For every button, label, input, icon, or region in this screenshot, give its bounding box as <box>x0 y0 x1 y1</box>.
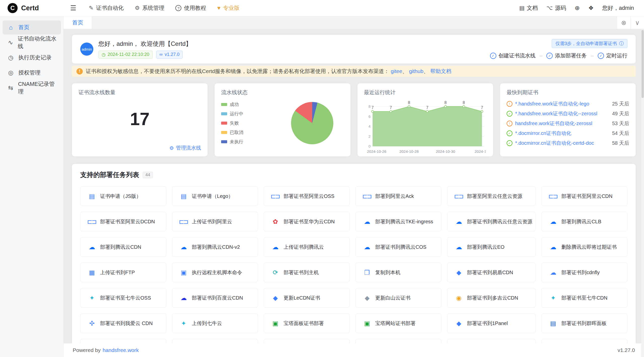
task-card[interactable]: ☁部署到腾讯云CDN <box>80 237 166 257</box>
task-card[interactable]: ☁部署到腾讯云TKE-ingress <box>355 212 441 231</box>
recent-runs-card: 最近运行统计 0246877878872024-10-262024-10-282… <box>357 83 493 156</box>
task-card[interactable]: ◆部署证书到1Panel <box>447 313 536 333</box>
task-card[interactable]: ⊏⊐部署证书至阿里云DCDN <box>80 212 166 231</box>
notice-link-github[interactable]: github <box>409 68 423 74</box>
task-card[interactable]: ☁部署证书到百度云CDN <box>172 288 258 308</box>
task-card[interactable]: ◉部署证书到多吉云CDN <box>447 288 536 308</box>
task-card[interactable]: ▦上传证书到FTP <box>80 263 166 282</box>
auth-target-icon: ◎ <box>7 69 15 76</box>
tab-dropdown-icon[interactable]: ∨ <box>630 16 644 29</box>
task-card[interactable]: ✦上传到七牛云 <box>172 313 258 333</box>
task-card[interactable]: ☁部署证书到腾讯云任意云资源 <box>447 212 536 231</box>
task-card[interactable]: ✦部署证书至七牛CDN <box>541 288 627 308</box>
expiring-cert-row[interactable]: ✓*.handsfree.work证书自动化--zerossl49 天后 <box>507 109 629 119</box>
legend-item-3[interactable]: 失败 <box>221 120 243 126</box>
scrollbar-thumb[interactable] <box>641 30 644 98</box>
task-card[interactable]: ⟳部署证书到主机 <box>264 263 350 282</box>
task-card[interactable]: ✣部署证书到我爱云 CDN <box>80 313 166 333</box>
expiring-cert-row[interactable]: !handsfree.work证书自动化-zerossl53 天后 <box>507 119 629 128</box>
task-card[interactable]: ⊏⊐部署至阿里云任意云资源 <box>447 186 536 206</box>
expiring-cert-row[interactable]: !*.handsfree.work证书自动化-lego25 天后 <box>507 99 629 109</box>
step-2: ✓添加部署任务 <box>546 52 587 59</box>
layout: ⌂首页∿证书自动化流水线◷执行历史记录◎授权管理⇆CNAME记录管理 首页 ⊗ … <box>0 16 644 357</box>
task-card[interactable]: ⊏⊐上传证书到阿里云 <box>172 212 258 231</box>
appearance-icon[interactable]: ❖ <box>588 5 594 12</box>
legend-item-2[interactable]: 运行中 <box>221 111 243 117</box>
notice-link-帮助文档[interactable]: 帮助文档 <box>430 68 451 74</box>
task-card[interactable]: ☁部署到腾讯云CDN-v2 <box>172 237 258 257</box>
manage-pipelines-link[interactable]: ⚙ 管理流水线 <box>169 145 201 151</box>
task-card[interactable]: ☁删除腾讯云即将过期证书 <box>541 237 627 257</box>
cert-name-link[interactable]: *.docmirror.cn证书自动化-certd-doc <box>515 140 609 147</box>
task-card[interactable]: ⊏⊐部署证书至阿里云CDN <box>541 186 627 206</box>
task-card[interactable]: ◆更新LeCDN证书 <box>264 288 350 308</box>
source-link[interactable]: ⌥ 源码 <box>546 4 566 12</box>
task-card[interactable]: ⊏⊐部署到阿里云Ack <box>355 186 441 206</box>
task-card[interactable]: ✿部署证书至华为云CDN <box>264 212 350 231</box>
tencent-cloud-icon: ☁ <box>87 243 96 251</box>
menu-cert-automation[interactable]: ✎证书自动化 <box>83 0 129 16</box>
version-badge[interactable]: ∞ v1.27.0 <box>156 51 183 59</box>
task-card[interactable]: ▤证书申请（JS版） <box>80 186 166 206</box>
cert-name-link[interactable]: *.handsfree.work证书自动化-lego <box>515 100 609 107</box>
promo-badge[interactable]: 仅需3步，全自动申请部署证书 ⓘ <box>552 39 627 48</box>
task-card-partial[interactable] <box>447 339 536 343</box>
handsfree-link[interactable]: handsfree.work <box>103 347 139 353</box>
pipeline-count-value: 17 <box>78 109 201 129</box>
task-card[interactable]: ☁部署到腾讯云EO <box>447 237 536 257</box>
task-card-partial[interactable] <box>355 339 441 343</box>
task-card[interactable]: ☁部署证书到cdnfly <box>541 263 627 282</box>
task-card[interactable]: ◆更新白山云证书 <box>355 288 441 308</box>
task-card[interactable]: ◆部署证书到易盾CDN <box>447 263 536 282</box>
sidebar-item-pipelines[interactable]: ∿证书自动化流水线 <box>3 35 61 50</box>
task-card[interactable]: ☁部署到腾讯云CLB <box>541 212 627 231</box>
avatar[interactable]: admin <box>80 43 93 56</box>
menu-system[interactable]: ⚙系统管理 <box>129 0 170 16</box>
task-card[interactable]: ☁部署证书到腾讯云COS <box>355 237 441 257</box>
sidebar-collapse-icon[interactable]: ☰ <box>70 4 76 12</box>
task-card[interactable]: ✦部署证书至七牛云OSS <box>80 288 166 308</box>
user-greeting[interactable]: 您好，admin <box>602 4 634 12</box>
tab-close-icon[interactable]: ⊗ <box>617 16 630 29</box>
task-card[interactable]: ▣执行远程主机脚本命令 <box>172 263 258 282</box>
expiring-cert-row[interactable]: ✓*.docmirror.cn证书自动化54 天后 <box>507 128 629 138</box>
question-circle-icon: ? <box>175 5 181 11</box>
scrollbar[interactable] <box>641 29 644 357</box>
task-card[interactable]: ⊏⊐部署证书至阿里云OSS <box>264 186 350 206</box>
cert-name-link[interactable]: handsfree.work证书自动化-zerossl <box>515 120 609 127</box>
legend-item-5[interactable]: 未执行 <box>221 139 243 145</box>
task-card-partial[interactable] <box>172 339 258 343</box>
task-card[interactable]: ▣宝塔网站证书部署 <box>355 313 441 333</box>
task-card[interactable]: ▣宝塔面板证书部署 <box>264 313 350 333</box>
tab-home[interactable]: 首页 <box>64 16 92 29</box>
task-card[interactable]: ☁上传证书到腾讯云 <box>264 237 350 257</box>
legend-item-1[interactable]: 成功 <box>221 101 243 108</box>
sidebar-item-auth[interactable]: ◎授权管理 <box>3 66 61 80</box>
cert-name-link[interactable]: *.handsfree.work证书自动化--zerossl <box>515 110 609 117</box>
task-card-partial[interactable] <box>264 339 350 343</box>
legend-item-4[interactable]: 已取消 <box>221 129 243 135</box>
language-globe-icon[interactable]: ⊕ <box>575 5 580 12</box>
welcome-right: 仅需3步，全自动申请部署证书 ⓘ ✓创建证书流水线–✓添加部署任务–✓定时运行 <box>490 39 627 59</box>
task-card[interactable]: ❐复制到本机 <box>355 263 441 282</box>
svg-text:2: 2 <box>368 134 370 138</box>
notice-link-gitee[interactable]: gitee <box>391 68 402 74</box>
sidebar-item-history[interactable]: ◷执行历史记录 <box>3 51 61 65</box>
task-card[interactable]: ▤部署证书到群晖面板 <box>541 313 627 333</box>
task-card-partial[interactable] <box>541 339 627 343</box>
pipeline-count-card: 证书流水线数量 17 ⚙ 管理流水线 <box>72 83 208 156</box>
sidebar-item-home[interactable]: ⌂首页 <box>3 20 61 34</box>
menu-tutorial[interactable]: ?使用教程 <box>170 0 212 16</box>
expiring-cert-row[interactable]: ✓*.docmirror.cn证书自动化-certd-doc58 天后 <box>507 138 629 148</box>
task-card[interactable]: ▤证书申请（Lego） <box>172 186 258 206</box>
brand[interactable]: C Certd <box>0 3 64 13</box>
docs-link[interactable]: ▤ 文档 <box>519 4 538 12</box>
expiring-certs-card: 最快到期证书 !*.handsfree.work证书自动化-lego25 天后✓… <box>500 83 636 156</box>
aliyun-icon: ⊏⊐ <box>454 193 463 200</box>
sidebar-item-cname[interactable]: ⇆CNAME记录管理 <box>3 81 61 95</box>
stats-row: 证书流水线数量 17 ⚙ 管理流水线 流水线状态 成功运行中失败已取消未执行 <box>72 83 636 156</box>
task-card-partial[interactable] <box>80 339 166 343</box>
menu-vip[interactable]: ♥专业版 <box>212 0 245 16</box>
host-refresh-icon: ⟳ <box>270 269 279 276</box>
cert-name-link[interactable]: *.docmirror.cn证书自动化 <box>515 130 609 137</box>
